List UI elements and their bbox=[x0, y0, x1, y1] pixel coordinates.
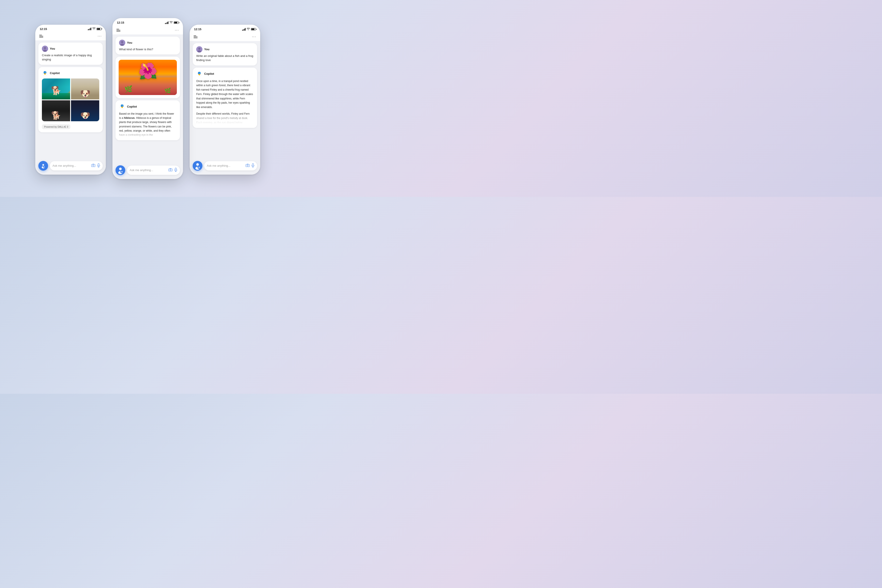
svg-rect-12 bbox=[98, 164, 99, 166]
input-placeholder-right: Ask me anything... bbox=[207, 164, 230, 167]
battery-icon-right bbox=[251, 28, 256, 30]
dalle-badge: Powered by DALL•E 3 bbox=[42, 124, 70, 129]
phone-body-center: You What kind of flower is this? 🌺 bbox=[112, 34, 183, 179]
status-bar-right: 12:15 bbox=[190, 25, 260, 33]
input-actions-center bbox=[168, 168, 177, 172]
camera-icon-center[interactable] bbox=[168, 168, 172, 172]
dog-image-2: 🐶 bbox=[71, 78, 99, 99]
wifi-icon bbox=[92, 27, 96, 31]
svg-point-41 bbox=[247, 165, 248, 166]
status-bar-left: 12:15 bbox=[35, 25, 106, 32]
mic-icon-left[interactable] bbox=[97, 164, 100, 168]
time-center: 12:15 bbox=[117, 21, 124, 24]
user-text-left: Create a realistic image of a happy dog … bbox=[42, 53, 99, 62]
signal-icon-center bbox=[165, 21, 169, 24]
user-avatar-right bbox=[196, 46, 202, 52]
svg-text:+: + bbox=[121, 170, 123, 174]
svg-point-4 bbox=[44, 72, 45, 73]
user-text-right: Write an original fable about a fish and… bbox=[196, 54, 254, 62]
phone-left: 12:15 bbox=[35, 25, 106, 175]
add-button-left[interactable]: + bbox=[38, 161, 48, 171]
input-box-right[interactable]: Ask me anything... bbox=[204, 161, 257, 170]
svg-point-1 bbox=[44, 47, 46, 49]
mic-icon-right[interactable] bbox=[251, 164, 255, 168]
status-icons-left bbox=[88, 27, 102, 31]
phones-container: 12:15 bbox=[31, 14, 265, 183]
user-name-right: You bbox=[204, 48, 210, 51]
copilot-name-right: Copilot bbox=[204, 72, 214, 75]
input-placeholder-left: Ask me anything... bbox=[52, 164, 76, 167]
input-area-right: + Ask me anything... bbox=[190, 159, 260, 175]
copilot-response-right: Copilot Once upon a time, in a tranquil … bbox=[193, 68, 257, 128]
top-bar-center: ··· bbox=[112, 26, 183, 34]
user-text-center: What kind of flower is this? bbox=[119, 47, 176, 52]
time-right: 12:15 bbox=[194, 27, 201, 31]
input-box-left[interactable]: Ask me anything... bbox=[50, 161, 103, 170]
battery-icon bbox=[97, 28, 101, 30]
status-icons-center bbox=[165, 21, 179, 25]
copilot-logo-center bbox=[119, 104, 125, 110]
battery-icon-center bbox=[174, 21, 178, 24]
dog-image-3: 🐕 bbox=[42, 100, 70, 121]
svg-text:+: + bbox=[44, 166, 45, 168]
copilot-response-left: Copilot 🐕 🐶 🐕 bbox=[38, 67, 103, 132]
user-name-left: You bbox=[50, 47, 55, 50]
signal-icon-right bbox=[242, 28, 246, 31]
more-menu-icon-right[interactable]: ··· bbox=[252, 35, 256, 39]
input-actions-right bbox=[246, 164, 255, 168]
user-name-center: You bbox=[127, 41, 132, 44]
input-area-left: + Ask me anything... bbox=[35, 159, 106, 175]
menu-icon-right[interactable] bbox=[194, 36, 198, 38]
user-message-right: You Write an original fable about a fish… bbox=[193, 43, 257, 66]
phone-body-right: You Write an original fable about a fish… bbox=[190, 41, 260, 175]
svg-rect-10 bbox=[92, 164, 95, 166]
flower-image-card: 🌺 🌿 🌿 bbox=[116, 57, 180, 98]
svg-point-26 bbox=[170, 170, 171, 171]
add-button-center[interactable]: + bbox=[116, 165, 125, 175]
input-area-center: + Ask me anything... bbox=[112, 163, 183, 179]
camera-icon-right[interactable] bbox=[246, 164, 250, 168]
phone-right: 12:15 bbox=[190, 25, 260, 175]
dog-image-1: 🐕 bbox=[42, 78, 70, 99]
status-bar-center: 12:15 bbox=[112, 18, 183, 26]
input-box-center[interactable]: Ask me anything... bbox=[127, 166, 180, 175]
user-avatar-center bbox=[119, 40, 125, 46]
svg-rect-40 bbox=[246, 164, 250, 166]
more-menu-icon-center[interactable]: ··· bbox=[175, 28, 179, 32]
mic-icon-center[interactable] bbox=[174, 168, 177, 172]
signal-icon bbox=[88, 27, 92, 30]
copilot-logo-right bbox=[196, 71, 202, 77]
wifi-icon-right bbox=[247, 27, 250, 31]
input-actions-left bbox=[91, 164, 100, 168]
phone-center: 12:15 bbox=[112, 18, 183, 179]
camera-icon-left[interactable] bbox=[91, 164, 95, 168]
input-placeholder-center: Ask me anything... bbox=[130, 168, 153, 172]
svg-point-34 bbox=[198, 73, 199, 74]
more-menu-icon[interactable]: ··· bbox=[98, 34, 102, 38]
copilot-logo-left bbox=[42, 70, 48, 76]
user-message-left: You Create a realistic image of a happy … bbox=[38, 42, 103, 65]
svg-rect-42 bbox=[252, 164, 254, 166]
status-icons-right bbox=[242, 27, 256, 31]
copilot-text-center: Based on the image you sent, I think the… bbox=[119, 112, 176, 137]
add-button-right[interactable]: + bbox=[193, 161, 202, 171]
svg-point-19 bbox=[121, 105, 122, 106]
copilot-name-center: Copilot bbox=[127, 105, 137, 108]
svg-point-31 bbox=[198, 48, 200, 50]
copilot-name-left: Copilot bbox=[50, 71, 60, 75]
menu-icon-center[interactable] bbox=[116, 29, 120, 32]
svg-rect-25 bbox=[169, 169, 172, 171]
svg-text:+: + bbox=[198, 166, 200, 169]
svg-rect-27 bbox=[175, 168, 176, 170]
phone-body-left: You Create a realistic image of a happy … bbox=[35, 40, 106, 175]
wifi-icon-center bbox=[170, 21, 172, 25]
copilot-response-center: Copilot Based on the image you sent, I t… bbox=[116, 100, 180, 140]
svg-point-16 bbox=[121, 41, 123, 43]
top-bar-left: ··· bbox=[35, 32, 106, 40]
dog-image-grid: 🐕 🐶 🐕 🐶 bbox=[42, 78, 99, 121]
svg-point-11 bbox=[93, 165, 94, 166]
time-left: 12:15 bbox=[40, 27, 47, 31]
top-bar-right: ··· bbox=[190, 33, 260, 41]
dog-image-4: 🐶 bbox=[71, 100, 99, 121]
menu-icon[interactable] bbox=[39, 35, 43, 38]
